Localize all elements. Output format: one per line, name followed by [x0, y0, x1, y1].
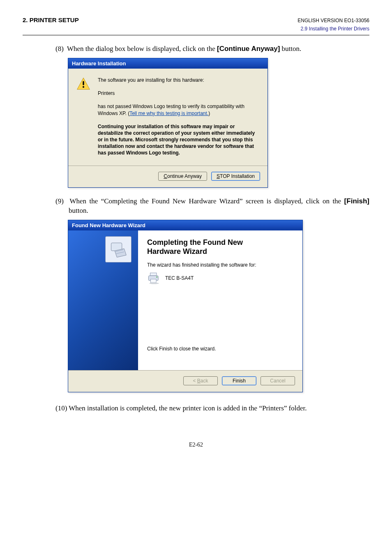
- step-9-a: When the “Completing the Found New Hardw…: [69, 197, 344, 205]
- continue-rest: ontinue Anyway: [167, 173, 202, 179]
- svg-point-8: [149, 283, 159, 284]
- wizard-heading-a: Completing the Found New: [147, 238, 243, 246]
- continue-anyway-button[interactable]: Continue Anyway: [158, 172, 207, 181]
- svg-rect-1: [83, 81, 84, 85]
- hw-warning-text: Continuing your installation of this sof…: [98, 123, 259, 157]
- device-name: TEC B-SA4T: [165, 275, 194, 281]
- doc-version: ENGLISH VERSION EO1-33056: [297, 18, 369, 23]
- printer-icon: [147, 272, 161, 284]
- back-rest: ack: [201, 378, 208, 384]
- step-8-text: (8) When the dialog box below is display…: [55, 44, 369, 54]
- continue-anyway-mention: [Continue Anyway]: [217, 45, 280, 53]
- hardware-thumb-icon: [105, 236, 131, 263]
- stop-rest: TOP Installation: [220, 173, 255, 179]
- svg-rect-4: [150, 273, 157, 276]
- step-8-a: When the dialog box below is displayed, …: [67, 45, 217, 53]
- dialog-title: Hardware Installation: [68, 58, 267, 69]
- page-number: E2-62: [23, 442, 369, 448]
- hw-line3: has not passed Windows Logo testing to v…: [98, 103, 259, 116]
- step-9-num: (9): [55, 197, 64, 205]
- step-9-b: button.: [69, 207, 88, 214]
- wizard-side-graphic: [68, 230, 138, 370]
- svg-point-7: [156, 276, 157, 278]
- header-rule: [23, 35, 369, 35]
- svg-rect-6: [151, 279, 157, 283]
- cancel-button: Cancel: [261, 376, 295, 385]
- back-mnemonic: B: [197, 378, 201, 384]
- hw-line1: The software you are installing for this…: [98, 77, 259, 83]
- subsection-title: 2.9 Installing the Printer Drivers: [23, 26, 369, 32]
- hw-line2: Printers: [98, 90, 259, 97]
- back-button: < Back: [183, 376, 218, 385]
- step-10-text: (10) When installation is completed, the…: [55, 404, 369, 413]
- step-8-num: (8): [55, 45, 64, 53]
- section-title: 2. PRINTER SETUP: [23, 16, 79, 23]
- back-pre: <: [193, 378, 197, 384]
- found-new-hardware-wizard-dialog: Found New Hardware Wizard: [68, 220, 303, 392]
- wizard-heading-b: Hardware Wizard: [147, 247, 207, 256]
- logo-testing-link[interactable]: Tell me why this testing is important.: [129, 111, 208, 116]
- svg-point-2: [83, 86, 84, 88]
- hw-line3b: ): [208, 111, 210, 116]
- step-8-b: button.: [280, 45, 301, 53]
- continue-mnemonic: C: [164, 173, 167, 179]
- wizard-finish-note: Click Finish to close the wizard.: [147, 346, 293, 352]
- step-9-text: (9) When the “Completing the Found New H…: [55, 197, 369, 216]
- stop-installation-button[interactable]: STOP Installation: [211, 172, 260, 181]
- finish-button[interactable]: Finish: [222, 376, 256, 385]
- hardware-installation-dialog: Hardware Installation The software you a…: [68, 58, 268, 188]
- finish-mention: [Finish]: [344, 197, 369, 205]
- wizard-heading: Completing the Found New Hardware Wizard: [147, 238, 293, 256]
- stop-mnemonic: S: [217, 173, 220, 179]
- wizard-title: Found New Hardware Wizard: [68, 220, 302, 230]
- wizard-line1: The wizard has finished installing the s…: [147, 262, 293, 268]
- warning-icon: [76, 77, 90, 91]
